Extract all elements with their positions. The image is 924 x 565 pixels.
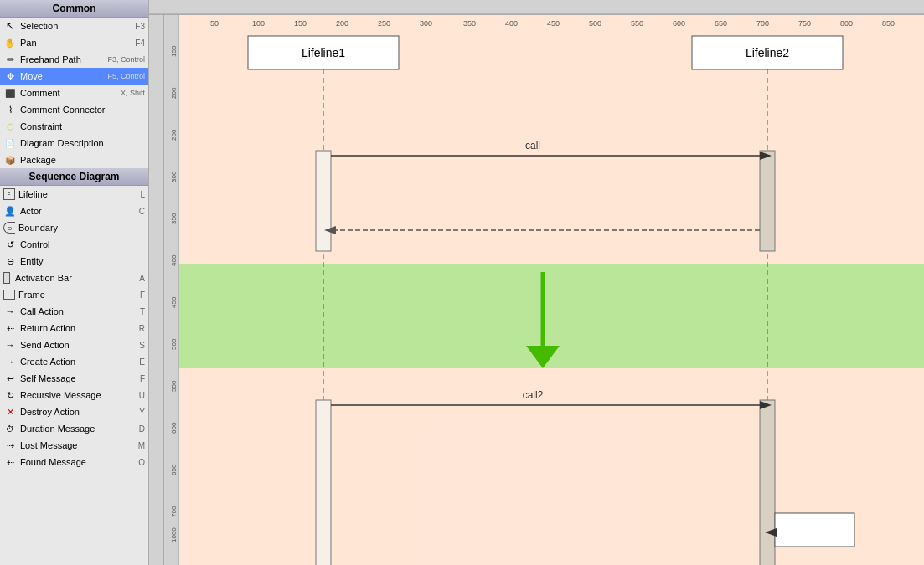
canvas-area: Lifeline1 Lifeline2 call xyxy=(149,15,924,565)
diagram-svg: Lifeline1 Lifeline2 call xyxy=(164,15,924,565)
svg-text:50: 50 xyxy=(210,19,219,28)
shortcut-label: O xyxy=(138,458,145,467)
create-result-box[interactable] xyxy=(775,513,854,547)
sidebar-item-label: Pan xyxy=(20,38,132,48)
sidebar-item-label: Move xyxy=(20,71,104,81)
shortcut-label: F3, Control xyxy=(107,55,145,64)
sidebar-item-lost[interactable]: ⇢ Lost Message M xyxy=(0,437,148,454)
sidebar-item-pan[interactable]: ✋ Pan F4 xyxy=(0,34,148,51)
sidebar-item-package[interactable]: 📦 Package xyxy=(0,152,148,168)
lifeline1-label: Lifeline1 xyxy=(302,46,345,59)
svg-text:150: 150 xyxy=(170,45,178,57)
cursor-icon: ↖ xyxy=(3,19,17,33)
ruler-left-overlay: 150 200 250 300 350 400 450 500 550 600 … xyxy=(164,15,179,565)
shortcut-label: D xyxy=(139,424,145,434)
sidebar-item-label: Package xyxy=(20,155,145,165)
sidebar-item-duration[interactable]: ⏱ Duration Message D xyxy=(0,420,148,437)
svg-rect-2 xyxy=(149,15,164,565)
recursive-icon: ↻ xyxy=(3,388,17,402)
sidebar-item-label: Send Action xyxy=(20,340,136,350)
svg-text:800: 800 xyxy=(840,19,853,28)
svg-text:400: 400 xyxy=(170,254,178,266)
svg-text:400: 400 xyxy=(505,19,518,28)
svg-text:300: 300 xyxy=(170,171,178,182)
lifeline2-box[interactable] xyxy=(692,36,843,69)
sidebar-item-label: Constraint xyxy=(20,121,145,131)
create-result-arrowhead xyxy=(765,528,777,537)
sidebar-item-return-action[interactable]: ⇠ Return Action R xyxy=(0,320,148,336)
svg-text:650: 650 xyxy=(715,19,727,28)
sidebar-item-control[interactable]: ↺ Control xyxy=(0,236,148,253)
shortcut-label: F4 xyxy=(135,39,145,48)
svg-text:100: 100 xyxy=(252,19,265,28)
sidebar-item-freehand[interactable]: ✏ Freehand Path F3, Control xyxy=(0,51,148,68)
sidebar-item-found[interactable]: ⇠ Found Message O xyxy=(0,454,148,470)
sidebar-item-lifeline[interactable]: ⋮ Lifeline L xyxy=(0,186,148,203)
shortcut-label: F5, Control xyxy=(107,72,145,80)
diagram-canvas[interactable]: Lifeline1 Lifeline2 call xyxy=(164,15,924,565)
sidebar-item-label: Selection xyxy=(20,21,132,31)
sidebar-item-selection[interactable]: ↖ Selection F3 xyxy=(0,18,148,34)
svg-text:600: 600 xyxy=(673,19,685,28)
sidebar-item-label: Control xyxy=(20,239,145,249)
create-icon: → xyxy=(3,355,17,368)
sidebar-item-comment[interactable]: ⬛ Comment X, Shift xyxy=(0,85,148,101)
send-icon: → xyxy=(3,338,17,352)
sidebar-item-constraint[interactable]: ⬡ Constraint xyxy=(0,118,148,135)
sidebar-item-label: Comment xyxy=(20,88,117,98)
sidebar-item-self-message[interactable]: ↩ Self Message F xyxy=(0,370,148,387)
self-icon: ↩ xyxy=(3,372,17,385)
control-icon: ↺ xyxy=(3,238,17,251)
comment-icon: ⬛ xyxy=(3,86,17,100)
sidebar-item-diagram[interactable]: 📄 Diagram Description xyxy=(0,135,148,152)
svg-text:850: 850 xyxy=(882,19,895,28)
salmon-bg-top xyxy=(164,15,924,264)
shortcut-label: F xyxy=(140,290,145,300)
shortcut-label: F xyxy=(140,374,145,383)
pan-icon: ✋ xyxy=(3,36,17,49)
activation-bar-ll1-bottom[interactable] xyxy=(316,400,331,565)
ruler-top: /* ticks drawn via JS below */ xyxy=(149,0,924,15)
lifeline1-box[interactable] xyxy=(248,36,399,69)
sidebar-item-label: Comment Connector xyxy=(20,105,145,115)
sidebar-item-frame[interactable]: Frame F xyxy=(0,286,148,303)
activation-bar-ll2-top[interactable] xyxy=(760,151,775,251)
sidebar-item-label: Actor xyxy=(20,206,136,216)
svg-text:700: 700 xyxy=(756,19,769,28)
sidebar-item-connector[interactable]: ⌇ Comment Connector xyxy=(0,101,148,118)
sidebar-item-entity[interactable]: ⊖ Entity xyxy=(0,253,148,270)
activation-bar-ll1-top[interactable] xyxy=(316,151,331,251)
svg-text:250: 250 xyxy=(170,129,178,141)
svg-text:150: 150 xyxy=(294,19,307,28)
call-label: call xyxy=(525,140,540,152)
svg-text:650: 650 xyxy=(170,464,178,475)
sidebar-item-destroy[interactable]: ✕ Destroy Action Y xyxy=(0,403,148,420)
ruler-left-svg xyxy=(149,15,164,565)
sidebar-item-recursive[interactable]: ↻ Recursive Message U xyxy=(0,387,148,403)
sidebar-item-label: Lost Message xyxy=(20,440,135,450)
sidebar-item-move[interactable]: ✥ Move F5, Control xyxy=(0,68,148,85)
move-icon: ✥ xyxy=(3,69,17,83)
main-area: /* ticks drawn via JS below */ xyxy=(149,0,924,565)
activation-bar-ll2-bottom[interactable] xyxy=(760,400,775,565)
sequence-section-header: Sequence Diagram xyxy=(0,168,148,186)
salmon-bg-bottom xyxy=(164,368,924,565)
sidebar-item-call-action[interactable]: → Call Action T xyxy=(0,303,148,320)
shortcut-label: A xyxy=(139,274,145,283)
sidebar-item-label: Recursive Message xyxy=(20,390,136,400)
return-arrow-head xyxy=(324,226,336,234)
ruler-left xyxy=(149,15,164,565)
sidebar-item-label: Self Message xyxy=(20,373,137,383)
activation-icon xyxy=(3,272,10,284)
sidebar-item-boundary[interactable]: ○ Boundary xyxy=(0,219,148,236)
connector-icon: ⌇ xyxy=(3,103,17,116)
shortcut-label: L xyxy=(140,190,145,199)
sidebar-item-create-action[interactable]: → Create Action E xyxy=(0,353,148,370)
sidebar-item-send-action[interactable]: → Send Action S xyxy=(0,336,148,353)
sidebar-item-activation[interactable]: Activation Bar A xyxy=(0,270,148,286)
svg-text:200: 200 xyxy=(336,19,348,28)
sidebar-item-label: Frame xyxy=(18,290,137,300)
constraint-icon: ⬡ xyxy=(3,120,17,133)
sidebar-item-actor[interactable]: 👤 Actor C xyxy=(0,203,148,219)
lifeline2-label: Lifeline2 xyxy=(746,46,789,59)
